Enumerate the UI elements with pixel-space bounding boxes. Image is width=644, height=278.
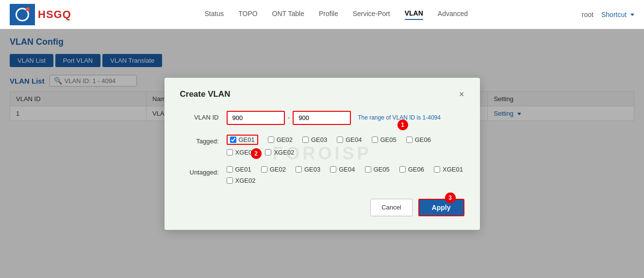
nav-links: Status TOPO ONT Table Profile Service-Po… <box>91 9 582 20</box>
untagged-ge02-checkbox[interactable] <box>261 166 267 173</box>
step-badge-1: 1 <box>397 120 408 130</box>
tagged-ge06-label: GE06 <box>415 136 431 143</box>
logo-area: HSGQ <box>10 4 71 25</box>
untagged-checkbox-grid: GE01 GE02 GE03 GE04 <box>227 166 464 184</box>
nav-service-port[interactable]: Service-Port <box>353 10 390 19</box>
tagged-ge04-item[interactable]: GE04 <box>337 135 362 145</box>
untagged-xge01-item[interactable]: XGE01 <box>434 166 463 173</box>
tagged-ge05-checkbox[interactable] <box>372 137 378 143</box>
tagged-ge01-item[interactable]: GE01 <box>227 135 258 145</box>
nav-vlan[interactable]: VLAN <box>405 9 423 20</box>
untagged-ge01-label: GE01 <box>235 166 251 173</box>
untagged-ge05-item[interactable]: GE05 <box>365 166 390 173</box>
top-navigation: HSGQ Status TOPO ONT Table Profile Servi… <box>0 0 644 29</box>
dash-separator: - <box>288 114 290 122</box>
untagged-xge01-checkbox[interactable] <box>434 166 440 173</box>
untagged-ge05-checkbox[interactable] <box>365 166 371 173</box>
dialog-header: Create VLAN × <box>180 89 464 99</box>
page-content: VLAN Config VLAN List Port VLAN VLAN Tra… <box>0 29 644 278</box>
nav-advanced[interactable]: Advanced <box>438 10 468 19</box>
modal-overlay: 1 2 3 Create VLAN × VLAN ID - The range … <box>0 29 644 278</box>
step-badge-2: 2 <box>251 148 262 159</box>
tagged-checkbox-grid: GE01 GE02 GE03 GE04 <box>227 135 464 156</box>
vlan-id-from-input[interactable] <box>227 111 285 125</box>
untagged-fields: GE01 GE02 GE03 GE04 <box>227 166 464 184</box>
tagged-ge06-checkbox[interactable] <box>406 137 413 143</box>
tagged-ge05-item[interactable]: GE05 <box>372 135 396 145</box>
logo-box <box>10 4 35 25</box>
vlan-id-fields: - The range of VLAN ID is 1-4094 <box>227 111 464 125</box>
vlan-id-row: VLAN ID - The range of VLAN ID is 1-4094 <box>180 111 464 125</box>
vlan-id-to-input[interactable] <box>293 111 351 125</box>
untagged-ge04-label: GE04 <box>339 166 355 173</box>
shortcut-text: Shortcut <box>601 11 627 18</box>
untagged-ge04-item[interactable]: GE04 <box>330 166 355 173</box>
range-hint: The range of VLAN ID is 1-4094 <box>358 114 441 121</box>
untagged-xge02-item[interactable]: XGE02 <box>227 177 256 184</box>
vlan-id-label: VLAN ID <box>180 111 219 121</box>
cancel-button[interactable]: Cancel <box>370 199 412 216</box>
close-button[interactable]: × <box>459 90 464 99</box>
tagged-fields: GE01 GE02 GE03 GE04 <box>227 135 464 156</box>
vlan-id-inputs: - The range of VLAN ID is 1-4094 <box>227 111 464 125</box>
untagged-ge03-label: GE03 <box>304 166 320 173</box>
chevron-down-icon <box>630 14 634 16</box>
tagged-ge02-item[interactable]: GE02 <box>268 135 293 145</box>
untagged-ge01-checkbox[interactable] <box>227 166 233 173</box>
untagged-ge06-checkbox[interactable] <box>399 166 406 173</box>
tagged-ge01-label: GE01 <box>239 136 255 143</box>
step-badge-3: 3 <box>445 192 456 203</box>
shortcut-label[interactable]: Shortcut <box>601 11 634 18</box>
dialog-footer: Cancel Apply <box>180 199 464 216</box>
nav-ont-table[interactable]: ONT Table <box>272 10 304 19</box>
tagged-xge02-label: XGE02 <box>274 149 294 156</box>
untagged-ge05-label: GE05 <box>374 166 390 173</box>
untagged-ge06-item[interactable]: GE06 <box>399 166 424 173</box>
tagged-ge06-item[interactable]: GE06 <box>406 135 431 145</box>
untagged-ge01-item[interactable]: GE01 <box>227 166 251 173</box>
nav-status[interactable]: Status <box>204 10 224 19</box>
logo-text: HSGQ <box>38 8 71 21</box>
tagged-ge03-checkbox[interactable] <box>302 137 309 143</box>
tagged-ge03-item[interactable]: GE03 <box>302 135 327 145</box>
untagged-ge02-label: GE02 <box>270 166 286 173</box>
nav-topo[interactable]: TOPO <box>238 10 257 19</box>
tagged-row: Tagged: GE01 GE02 <box>180 135 464 156</box>
tagged-ge04-checkbox[interactable] <box>337 137 343 143</box>
tagged-ge03-label: GE03 <box>311 136 327 143</box>
tagged-xge01-checkbox[interactable] <box>227 149 233 156</box>
tagged-ge05-label: GE05 <box>380 136 396 143</box>
dialog-title: Create VLAN <box>180 89 231 99</box>
untagged-ge06-label: GE06 <box>408 166 424 173</box>
tagged-xge02-checkbox[interactable] <box>265 149 271 156</box>
untagged-ge04-checkbox[interactable] <box>330 166 336 173</box>
nav-profile[interactable]: Profile <box>319 10 338 19</box>
tagged-ge04-label: GE04 <box>346 136 362 143</box>
root-label: root <box>582 11 594 18</box>
untagged-label: Untagged: <box>180 166 219 176</box>
untagged-ge03-item[interactable]: GE03 <box>296 166 320 173</box>
untagged-xge01-label: XGE01 <box>443 166 463 173</box>
nav-right: root Shortcut <box>582 11 634 18</box>
tagged-ge02-checkbox[interactable] <box>268 137 274 143</box>
untagged-ge03-checkbox[interactable] <box>296 166 302 173</box>
create-vlan-dialog: 1 2 3 Create VLAN × VLAN ID - The range … <box>165 78 480 230</box>
tagged-ge01-checkbox[interactable] <box>230 137 236 143</box>
untagged-row: Untagged: GE01 GE02 GE03 <box>180 166 464 184</box>
logo-icon <box>16 8 29 21</box>
tagged-ge02-label: GE02 <box>277 136 293 143</box>
apply-button[interactable]: Apply <box>418 199 464 216</box>
untagged-ge02-item[interactable]: GE02 <box>261 166 286 173</box>
tagged-label: Tagged: <box>180 135 219 145</box>
logo-dot <box>26 7 30 11</box>
untagged-xge02-label: XGE02 <box>235 177 256 184</box>
tagged-xge02-item[interactable]: XGE02 <box>265 149 294 156</box>
untagged-xge02-checkbox[interactable] <box>227 177 233 184</box>
